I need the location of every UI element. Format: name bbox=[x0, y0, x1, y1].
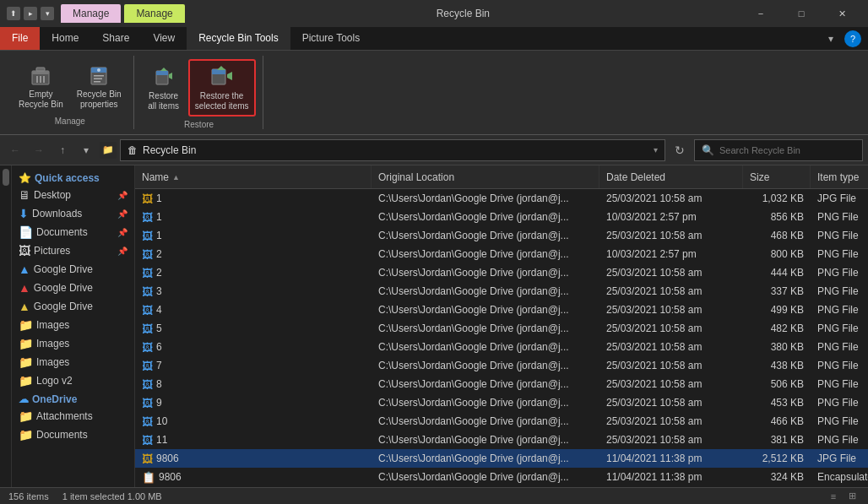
col-original-location[interactable]: Original Location bbox=[372, 165, 599, 188]
col-size[interactable]: Size bbox=[743, 165, 811, 188]
sidebar-item-google-drive-3[interactable]: ▲ Google Drive bbox=[12, 297, 134, 316]
sidebar-scrollbar[interactable] bbox=[3, 169, 9, 186]
col-name[interactable]: Name ▲ bbox=[135, 165, 372, 188]
file-cell-size: 380 KB bbox=[743, 339, 811, 355]
quick-access-btn[interactable]: ⬆ bbox=[7, 7, 20, 20]
tab-manage2[interactable]: Manage bbox=[124, 4, 184, 23]
col-date-label: Date Deleted bbox=[606, 171, 665, 183]
sidebar-item-attachments[interactable]: 📁 Attachments bbox=[12, 407, 134, 425]
file-type-icon: 📋 bbox=[142, 471, 155, 484]
table-row[interactable]: 🖼 3 C:\Users\Jordan\Google Drive (jordan… bbox=[135, 282, 868, 301]
ribbon-collapse-btn[interactable]: ▾ bbox=[821, 29, 841, 49]
file-cell-type: PNG File bbox=[811, 339, 868, 355]
search-input[interactable] bbox=[719, 145, 855, 155]
file-cell-type: PNG File bbox=[811, 265, 868, 280]
recent-locations-button[interactable]: ▾ bbox=[76, 140, 96, 160]
table-row[interactable]: 🖼 1 C:\Users\Jordan\Google Drive (jordan… bbox=[135, 189, 868, 208]
file-cell-location: C:\Users\Jordan\Google Drive (jordan@j..… bbox=[372, 377, 599, 392]
table-row[interactable]: 🖼 6 C:\Users\Jordan\Google Drive (jordan… bbox=[135, 338, 868, 356]
file-cell-size: 444 KB bbox=[743, 265, 811, 280]
restore-selected-button[interactable]: Restore the selected items bbox=[188, 59, 256, 117]
file-cell-deleted: 10/03/2021 2:57 pm bbox=[599, 247, 743, 262]
table-row[interactable]: 🖼 2 C:\Users\Jordan\Google Drive (jordan… bbox=[135, 263, 868, 282]
table-row[interactable]: 🖼 5 C:\Users\Jordan\Google Drive (jordan… bbox=[135, 319, 868, 338]
col-date-deleted[interactable]: Date Deleted bbox=[599, 165, 743, 188]
table-row[interactable]: 🖼 1 C:\Users\Jordan\Google Drive (jordan… bbox=[135, 208, 868, 226]
ribbon-group-manage: Empty Recycle Bin Recycle Bin properties… bbox=[7, 56, 134, 129]
minimize-button[interactable]: − bbox=[741, 1, 780, 26]
sidebar-section-onedrive[interactable]: ☁ OneDrive bbox=[12, 390, 134, 407]
forward-button[interactable]: → bbox=[29, 140, 49, 160]
sidebar-item-desktop[interactable]: 🖥 Desktop 📌 bbox=[12, 186, 134, 204]
restore-all-icon bbox=[150, 64, 177, 91]
file-cell-deleted: 10/03/2021 2:57 pm bbox=[599, 209, 743, 225]
col-item-type[interactable]: Item type bbox=[811, 165, 868, 188]
file-cell-type: PNG File bbox=[811, 395, 868, 410]
table-row[interactable]: 🖼 11 C:\Users\Jordan\Google Drive (jorda… bbox=[135, 431, 868, 449]
back-button[interactable]: ← bbox=[5, 140, 25, 160]
sidebar-item-google-drive-1[interactable]: ▲ Google Drive bbox=[12, 260, 134, 279]
close-button[interactable]: ✕ bbox=[822, 1, 861, 26]
file-cell-location: C:\Users\Jordan\Google Drive (jordan@j..… bbox=[372, 469, 599, 485]
google-drive-icon-2: ▲ bbox=[19, 281, 30, 295]
table-row[interactable]: 🖼 1 C:\Users\Jordan\Google Drive (jordan… bbox=[135, 226, 868, 245]
file-type-icon: 🖼 bbox=[142, 322, 153, 335]
table-row[interactable]: 🖼 9 C:\Users\Jordan\Google Drive (jordan… bbox=[135, 393, 868, 412]
up-button[interactable]: ↑ bbox=[52, 140, 73, 160]
file-list[interactable]: 🖼 1 C:\Users\Jordan\Google Drive (jordan… bbox=[135, 189, 868, 487]
refresh-button[interactable]: ↻ bbox=[669, 139, 691, 161]
tab-share[interactable]: Share bbox=[90, 27, 141, 50]
table-row[interactable]: 📋 9806 C:\Users\Jordan\Google Drive (jor… bbox=[135, 468, 868, 486]
sidebar-item-downloads[interactable]: ⬇ Downloads 📌 bbox=[12, 204, 134, 223]
table-row[interactable]: 🖼 4 C:\Users\Jordan\Google Drive (jordan… bbox=[135, 301, 868, 319]
tab-file[interactable]: File bbox=[0, 27, 40, 50]
file-cell-name: 🖼 8 bbox=[135, 377, 372, 393]
recycle-bin-properties-button[interactable]: Recycle Bin properties bbox=[72, 59, 127, 113]
sidebar-images2-label: Images bbox=[36, 338, 69, 350]
table-row[interactable]: 🖼 7 C:\Users\Jordan\Google Drive (jordan… bbox=[135, 356, 868, 375]
empty-recycle-bin-button[interactable]: Empty Recycle Bin bbox=[14, 59, 68, 113]
customize-btn[interactable]: ▾ bbox=[41, 7, 54, 20]
file-cell-name: 🖼 9 bbox=[135, 395, 372, 411]
quick-access-label: Quick access bbox=[35, 172, 100, 184]
table-row[interactable]: 🖼 9806 C:\Users\Jordan\Google Drive (jor… bbox=[135, 449, 868, 468]
file-cell-size: 2,512 KB bbox=[743, 451, 811, 466]
file-type-icon: 🖼 bbox=[142, 248, 153, 261]
file-type-icon: 🖼 bbox=[142, 230, 153, 242]
svg-rect-9 bbox=[94, 75, 104, 77]
table-row[interactable]: 🖼 2 C:\Users\Jordan\Google Drive (jordan… bbox=[135, 245, 868, 263]
file-cell-size: 466 KB bbox=[743, 414, 811, 429]
restore-all-button[interactable]: Restore all items bbox=[143, 61, 185, 115]
table-row[interactable]: 🖼 10 C:\Users\Jordan\Google Drive (jorda… bbox=[135, 412, 868, 431]
sidebar-images3-label: Images bbox=[36, 356, 69, 368]
sidebar-item-images-1[interactable]: 📁 Images bbox=[12, 316, 134, 334]
sidebar-item-pictures[interactable]: 🖼 Pictures 📌 bbox=[12, 241, 134, 260]
onedrive-label: OneDrive bbox=[32, 393, 77, 405]
table-row[interactable]: 🖼 8 C:\Users\Jordan\Google Drive (jordan… bbox=[135, 375, 868, 393]
sidebar-item-documents[interactable]: 📄 Documents 📌 bbox=[12, 223, 134, 241]
file-cell-type: PNG File bbox=[811, 321, 868, 336]
address-input[interactable]: 🗑 Recycle Bin ▾ bbox=[120, 139, 665, 161]
window-controls: − □ ✕ bbox=[741, 1, 861, 26]
window-title: Recycle Bin bbox=[185, 8, 741, 19]
tab-view[interactable]: View bbox=[141, 27, 187, 50]
search-box[interactable]: 🔍 bbox=[694, 139, 863, 161]
tab-picture-tools[interactable]: Picture Tools bbox=[290, 27, 372, 50]
file-type-icon: 🖼 bbox=[142, 397, 153, 409]
sidebar-item-images-3[interactable]: 📁 Images bbox=[12, 353, 134, 371]
sidebar-item-google-drive-2[interactable]: ▲ Google Drive bbox=[12, 279, 134, 297]
file-cell-name: 🖼 1 bbox=[135, 191, 372, 207]
tab-recycle-bin-tools[interactable]: Recycle Bin Tools bbox=[187, 27, 290, 50]
sidebar-section-quick-access[interactable]: ⭐ Quick access bbox=[12, 169, 134, 186]
quick-access-btn2[interactable]: ▸ bbox=[24, 7, 37, 20]
sidebar-item-logo-v2[interactable]: 📁 Logo v2 bbox=[12, 371, 134, 390]
sidebar-item-images-2[interactable]: 📁 Images bbox=[12, 334, 134, 353]
help-button[interactable]: ? bbox=[844, 30, 861, 47]
tab-home[interactable]: Home bbox=[40, 27, 90, 50]
sidebar-item-documents-od[interactable]: 📁 Documents bbox=[12, 425, 134, 444]
maximize-button[interactable]: □ bbox=[782, 1, 821, 26]
onedrive-icon: ☁ bbox=[19, 393, 29, 405]
large-icons-view-button[interactable]: ⊞ bbox=[844, 489, 860, 504]
tab-manage1[interactable]: Manage bbox=[61, 4, 121, 23]
details-view-button[interactable]: ≡ bbox=[826, 489, 841, 504]
